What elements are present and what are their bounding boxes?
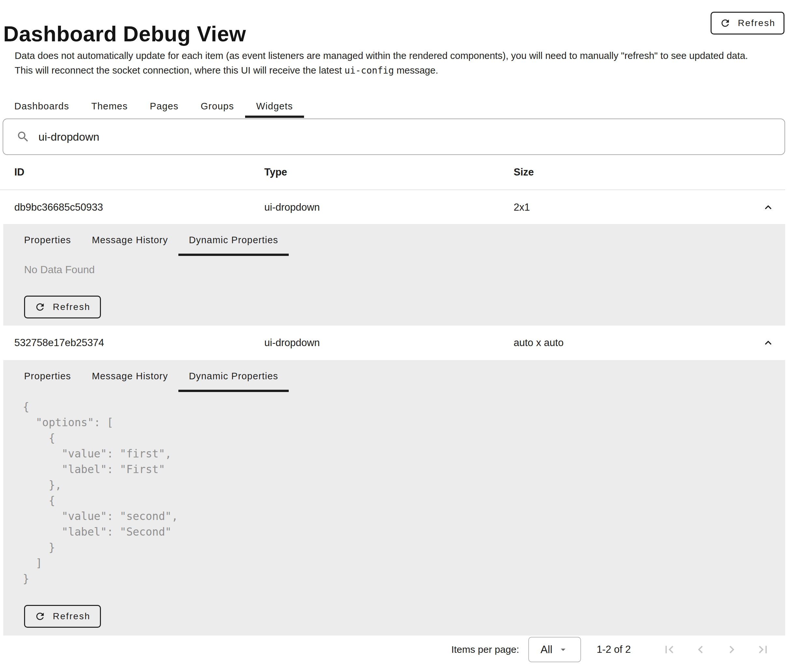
page-range-label: 1-2 of 2: [596, 644, 631, 656]
chevron-up-icon: [762, 201, 775, 214]
row-size-cell: 2x1: [514, 201, 530, 213]
items-per-page-label: Items per page:: [451, 644, 519, 655]
next-page-button[interactable]: [724, 642, 740, 657]
last-page-button[interactable]: [755, 642, 771, 657]
last-page-icon: [755, 642, 770, 657]
paginator: Items per page: All 1-2 of 2: [0, 635, 785, 664]
no-data-found-text: No Data Found: [24, 264, 95, 276]
refresh-button[interactable]: Refresh: [24, 605, 101, 628]
refresh-button-label: Refresh: [738, 18, 776, 28]
column-header-size: Size: [514, 166, 534, 178]
search-box: [3, 119, 785, 155]
refresh-button-label: Refresh: [53, 611, 90, 621]
detail-tab-dynamic-properties[interactable]: Dynamic Properties: [178, 224, 289, 256]
refresh-button-label: Refresh: [53, 302, 90, 312]
refresh-button[interactable]: Refresh: [24, 296, 101, 319]
row-id-cell: db9bc36685c50933: [14, 201, 103, 213]
table-row: db9bc36685c50933 ui-dropdown 2x1: [0, 191, 785, 224]
main-tab-bar: Dashboards Themes Pages Groups Widgets: [3, 95, 304, 118]
previous-page-button[interactable]: [693, 642, 708, 657]
detail-tab-bar: Properties Message History Dynamic Prope…: [14, 360, 289, 392]
refresh-icon: [34, 611, 46, 622]
detail-tab-message-history[interactable]: Message History: [82, 360, 178, 392]
row-detail-panel: Properties Message History Dynamic Prope…: [3, 224, 785, 325]
search-icon: [16, 130, 30, 144]
row-size-cell: auto x auto: [514, 337, 564, 349]
dropdown-arrow-icon: [557, 644, 569, 655]
dynamic-properties-json: { "options": [ { "value": "first", "labe…: [23, 399, 178, 587]
refresh-button[interactable]: Refresh: [711, 12, 784, 34]
detail-tab-bar: Properties Message History Dynamic Prope…: [14, 224, 289, 256]
first-page-icon: [662, 642, 677, 657]
collapse-row-button[interactable]: [760, 335, 776, 351]
tab-pages[interactable]: Pages: [139, 95, 190, 118]
row-id-cell: 532758e17eb25374: [14, 337, 104, 349]
detail-tab-message-history[interactable]: Message History: [82, 224, 178, 256]
tab-dashboards[interactable]: Dashboards: [3, 95, 80, 118]
detail-tab-dynamic-properties[interactable]: Dynamic Properties: [178, 360, 289, 392]
chevron-up-icon: [762, 336, 775, 349]
tab-widgets[interactable]: Widgets: [245, 95, 304, 118]
search-input[interactable]: [38, 131, 775, 143]
detail-tab-properties[interactable]: Properties: [14, 224, 82, 256]
column-header-id: ID: [14, 166, 25, 178]
first-page-button[interactable]: [662, 642, 677, 657]
detail-tab-properties[interactable]: Properties: [14, 360, 82, 392]
row-detail-panel: Properties Message History Dynamic Prope…: [3, 360, 785, 636]
page-description: Data does not automatically update for e…: [15, 48, 748, 78]
description-line-2: This will reconnect the socket connectio…: [15, 63, 748, 78]
refresh-icon: [34, 301, 46, 312]
table-header: ID Type Size: [0, 155, 785, 190]
items-per-page-value: All: [541, 643, 553, 656]
chevron-right-icon: [724, 642, 739, 657]
tab-themes[interactable]: Themes: [80, 95, 139, 118]
items-per-page-select[interactable]: All: [528, 637, 581, 662]
column-header-type: Type: [264, 166, 287, 178]
row-type-cell: ui-dropdown: [264, 337, 320, 349]
row-type-cell: ui-dropdown: [264, 201, 320, 213]
tab-groups[interactable]: Groups: [190, 95, 245, 118]
collapse-row-button[interactable]: [760, 199, 776, 215]
table-row: 532758e17eb25374 ui-dropdown auto x auto: [0, 325, 785, 360]
description-line-1: Data does not automatically update for e…: [15, 48, 748, 63]
refresh-icon: [720, 18, 731, 29]
chevron-left-icon: [693, 642, 708, 657]
page-title: Dashboard Debug View: [3, 21, 246, 46]
ui-config-code: ui-config: [345, 65, 394, 76]
